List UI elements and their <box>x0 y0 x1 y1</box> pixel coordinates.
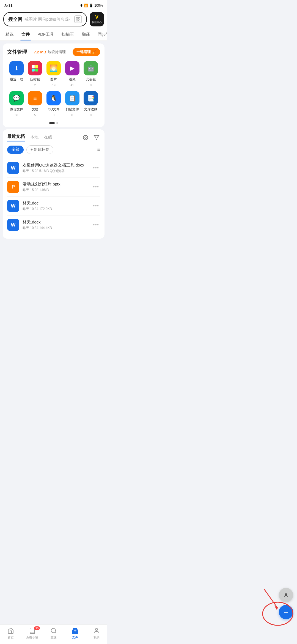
tag-all[interactable]: 全部 <box>7 146 24 154</box>
qq-icon: 🐧 <box>46 91 61 105</box>
tag-add[interactable]: + 新建标签 <box>26 145 53 154</box>
svg-rect-7 <box>32 65 35 68</box>
list-view-icon[interactable]: ≡ <box>97 147 100 153</box>
svg-rect-1 <box>79 17 80 19</box>
tab-recent-docs[interactable]: 最近文档 <box>7 134 25 141</box>
file-item-qq[interactable]: 🐧 QQ文件 0 <box>45 91 62 117</box>
vip-v-letter: V <box>95 14 98 20</box>
svg-rect-0 <box>76 17 78 19</box>
status-icons: ✱ 📶 📱 100% <box>80 4 103 7</box>
file-grid-row1: ⬇ 最近下载 0 压缩包 2 🌅 图片 756 ▶ 视频 <box>7 61 100 87</box>
tag-row: 全部 + 新建标签 ≡ <box>7 145 100 154</box>
tab-featured[interactable]: 精选 <box>4 29 15 40</box>
list-item[interactable]: W 林天.docx 昨天 10:34 144.4KB ••• <box>7 215 100 234</box>
tab-pdf[interactable]: PDF工具 <box>36 29 55 40</box>
video-label: 视频 <box>69 77 76 82</box>
file-info: 林天.docx 昨天 10:34 144.4KB <box>23 220 92 230</box>
tab-sync[interactable]: 同步学 <box>97 29 107 40</box>
doc-count: 5 <box>34 113 36 117</box>
library-label: 文库收藏 <box>84 107 97 112</box>
library-icon: 📑 <box>84 91 98 105</box>
tab-scan[interactable]: 扫描王 <box>61 29 75 40</box>
svg-rect-8 <box>35 65 38 68</box>
file-item-apk[interactable]: 🤖 安装包 0 <box>82 61 99 87</box>
svg-rect-2 <box>76 20 78 21</box>
file-meta: 昨天 15:08 1.9MB <box>23 188 92 192</box>
battery-icon: 100% <box>94 4 103 7</box>
file-mgmt-title: 文件管理 <box>7 49 27 55</box>
tab-online[interactable]: 在线 <box>44 135 52 141</box>
nav-tabs: 精选 文件 PDF工具 扫描王 翻译 同步学 <box>0 29 107 41</box>
search-label: 搜全网 <box>8 16 22 23</box>
file-title: 林天.doc <box>23 201 92 206</box>
tab-files[interactable]: 文件 <box>20 29 31 40</box>
image-count: 756 <box>51 83 56 87</box>
search-bar-wrap: 搜全网 戒图片 两份pdf如何合成- V 权益中心 <box>0 10 107 29</box>
qq-count: 0 <box>53 113 54 117</box>
more-button[interactable]: ••• <box>92 184 100 190</box>
scanned-label: 扫描文件 <box>66 107 79 112</box>
file-item-scanned[interactable]: 📋 扫描文件 0 <box>64 91 81 117</box>
svg-rect-9 <box>32 69 35 71</box>
scan-input-icon[interactable] <box>74 15 82 23</box>
broom-icon: 🧹 <box>92 50 96 54</box>
file-type-icon-w: W <box>7 162 19 174</box>
wifi-icon: 📶 <box>84 4 88 7</box>
file-meta: 昨天 10:34 172.0KB <box>23 207 92 211</box>
file-type-icon-p: P <box>7 181 19 193</box>
file-item-library[interactable]: 📑 文库收藏 0 <box>82 91 99 117</box>
file-list: W 欢迎使用QQ浏览器文档工具.docx 昨天 15:28 5.1MB QQ浏览… <box>7 159 100 234</box>
tab-local[interactable]: 本地 <box>30 135 38 141</box>
search-input-box[interactable]: 搜全网 戒图片 两份pdf如何合成- <box>3 12 87 26</box>
clean-button[interactable]: 一键清理 🧹 <box>73 48 100 56</box>
file-item-wechat[interactable]: 💬 微信文件 50 <box>8 91 25 117</box>
more-button[interactable]: ••• <box>92 203 100 209</box>
file-meta: 昨天 10:34 144.4KB <box>23 226 92 230</box>
file-title: 林天.docx <box>23 220 92 225</box>
apk-icon: 🤖 <box>84 61 98 75</box>
filter-icon[interactable] <box>93 134 100 141</box>
signal-icon: 📱 <box>89 4 93 7</box>
more-button[interactable]: ••• <box>92 165 100 171</box>
dot-inactive <box>56 122 58 124</box>
scanned-count: 0 <box>72 113 73 117</box>
dot-active <box>49 122 55 124</box>
view-toggle-icon[interactable] <box>82 134 89 141</box>
file-meta: 昨天 15:28 5.1MB QQ浏览器 <box>23 169 92 173</box>
junk-info: 7.2 MB 垃圾待清理 <box>34 50 66 54</box>
svg-marker-13 <box>94 135 99 140</box>
image-label: 图片 <box>50 77 57 82</box>
file-management-card: 文件管理 7.2 MB 垃圾待清理 一键清理 🧹 ⬇ 最近下载 0 压缩包 <box>3 43 105 127</box>
file-type-icon-w: W <box>7 219 19 231</box>
page-dots <box>7 121 100 124</box>
file-item-doc[interactable]: ≡ 文档 5 <box>27 91 43 117</box>
list-item[interactable]: W 欢迎使用QQ浏览器文档工具.docx 昨天 15:28 5.1MB QQ浏览… <box>7 159 100 178</box>
vip-label: 权益中心 <box>92 21 102 24</box>
search-hint: 戒图片 两份pdf如何合成- <box>24 17 70 22</box>
apk-count: 0 <box>90 83 92 87</box>
tab-translate[interactable]: 翻译 <box>81 29 91 40</box>
status-bar: 3:11 ✱ 📶 📱 100% <box>0 0 107 10</box>
file-item-download[interactable]: ⬇ 最近下载 0 <box>8 61 25 87</box>
file-title: 活动规划幻灯片.pptx <box>23 182 92 187</box>
recent-docs-card: 最近文档 本地 在线 全部 + 新建标签 ≡ <box>3 129 105 239</box>
file-item-zip[interactable]: 压缩包 2 <box>27 61 43 87</box>
recent-header: 最近文档 本地 在线 <box>7 134 100 141</box>
more-button[interactable]: ••• <box>92 222 100 228</box>
list-item[interactable]: P 活动规划幻灯片.pptx 昨天 15:08 1.9MB ••• <box>7 178 100 197</box>
library-count: 0 <box>90 113 92 117</box>
vip-button[interactable]: V 权益中心 <box>90 12 104 26</box>
file-item-video[interactable]: ▶ 视频 41 <box>64 61 81 87</box>
junk-label: 垃圾待清理 <box>48 50 66 54</box>
download-icon: ⬇ <box>9 61 24 75</box>
file-item-image[interactable]: 🌅 图片 756 <box>45 61 62 87</box>
svg-point-11 <box>85 137 86 138</box>
file-grid-row2: 💬 微信文件 50 ≡ 文档 5 🐧 QQ文件 0 📋 扫描文件 0 📑 <box>7 91 100 117</box>
file-info: 林天.doc 昨天 10:34 172.0KB <box>23 201 92 211</box>
file-info: 欢迎使用QQ浏览器文档工具.docx 昨天 15:28 5.1MB QQ浏览器 <box>23 163 92 173</box>
zip-count: 2 <box>34 83 36 87</box>
list-item[interactable]: W 林天.doc 昨天 10:34 172.0KB ••• <box>7 197 100 215</box>
video-count: 41 <box>70 83 74 87</box>
download-count: 0 <box>16 83 17 87</box>
junk-size: 7.2 MB <box>34 50 46 54</box>
